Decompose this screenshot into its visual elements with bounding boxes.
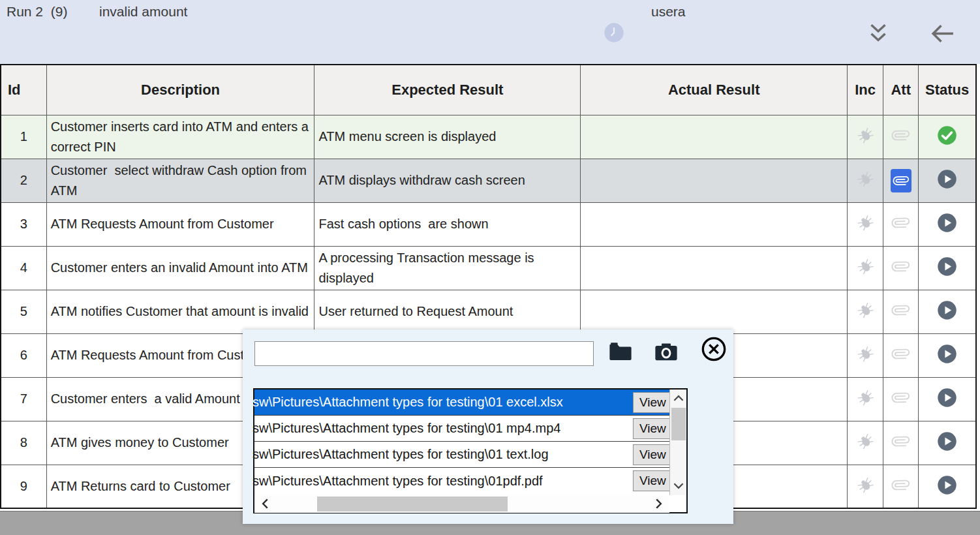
attachment-cell[interactable]	[883, 421, 919, 465]
incident-cell[interactable]	[848, 290, 883, 333]
step-expected-result: ATM menu screen is displayed	[314, 115, 581, 159]
clock-icon[interactable]	[604, 22, 624, 43]
test-step-row[interactable]: 1Customer inserts card into ATM and ente…	[1, 115, 976, 159]
paperclip-icon[interactable]	[892, 301, 910, 319]
status-cell[interactable]	[919, 159, 976, 202]
paperclip-icon[interactable]	[892, 345, 910, 363]
app-window: Run 2 (9) invalid amount usera Id Descri…	[0, 0, 980, 535]
step-actual-result	[581, 159, 848, 202]
close-icon	[701, 354, 727, 364]
folder-icon	[607, 358, 634, 368]
status-cell[interactable]	[919, 202, 976, 246]
attachment-cell[interactable]	[883, 159, 919, 202]
screenshot-button[interactable]	[652, 339, 680, 366]
status-run-icon[interactable]	[937, 344, 957, 364]
view-attachment-button[interactable]: View	[633, 392, 671, 413]
run-title: invalid amount	[99, 4, 187, 20]
attachment-cell[interactable]	[883, 246, 919, 290]
view-attachment-button[interactable]: View	[633, 418, 671, 439]
camera-icon	[652, 358, 680, 368]
bug-icon[interactable]	[853, 211, 878, 236]
bug-icon[interactable]	[853, 167, 878, 192]
paperclip-icon[interactable]	[892, 389, 910, 406]
attachment-file-row[interactable]: sw\Pictures\Attachment types for testing…	[254, 468, 686, 494]
scroll-up-icon[interactable]	[671, 391, 686, 406]
incident-cell[interactable]	[848, 202, 883, 246]
status-cell[interactable]	[919, 377, 976, 421]
test-step-row[interactable]: 5ATM notifies Customer that amount is in…	[1, 290, 976, 333]
incident-cell[interactable]	[848, 377, 883, 421]
attachment-list: sw\Pictures\Attachment types for testing…	[253, 388, 688, 513]
scroll-left-icon[interactable]	[258, 497, 273, 511]
browse-folder-button[interactable]	[607, 339, 634, 366]
view-attachment-button[interactable]: View	[633, 470, 671, 491]
status-cell[interactable]	[919, 333, 976, 377]
bug-icon[interactable]	[853, 342, 878, 367]
attachment-cell[interactable]	[883, 290, 919, 333]
scroll-down-icon[interactable]	[671, 478, 686, 493]
incident-cell[interactable]	[848, 115, 883, 159]
bug-icon[interactable]	[853, 472, 878, 497]
attachment-cell[interactable]	[883, 377, 919, 421]
horizontal-scroll-thumb[interactable]	[317, 497, 508, 512]
status-run-icon[interactable]	[937, 300, 957, 320]
attachment-cell[interactable]	[883, 202, 919, 246]
status-cell[interactable]	[919, 465, 976, 508]
incident-cell[interactable]	[848, 465, 883, 508]
status-run-icon[interactable]	[937, 388, 957, 408]
attachment-file-row[interactable]: sw\Pictures\Attachment types for testing…	[254, 416, 686, 442]
attachment-cell[interactable]	[883, 465, 919, 508]
back-arrow-icon[interactable]	[929, 22, 955, 44]
paperclip-highlighted-icon[interactable]	[891, 169, 911, 192]
header-status: Status	[919, 65, 976, 115]
close-popup-button[interactable]	[701, 336, 727, 362]
vertical-scroll-thumb[interactable]	[671, 408, 686, 440]
status-run-icon[interactable]	[937, 169, 957, 189]
status-run-icon[interactable]	[937, 475, 957, 495]
attachment-input[interactable]	[254, 341, 594, 366]
step-id: 9	[1, 465, 46, 508]
test-step-row[interactable]: 2Customer select withdraw Cash option fr…	[1, 159, 976, 202]
bug-icon[interactable]	[853, 386, 878, 410]
bug-icon[interactable]	[853, 254, 878, 279]
list-horizontal-scrollbar[interactable]	[254, 495, 669, 513]
step-id: 5	[1, 290, 46, 333]
header-description: Description	[46, 65, 314, 115]
status-run-icon[interactable]	[937, 213, 957, 233]
run-label: Run 2 (9)	[7, 4, 67, 20]
list-vertical-scrollbar[interactable]	[669, 390, 686, 495]
status-cell[interactable]	[919, 246, 976, 290]
bug-icon[interactable]	[853, 429, 878, 454]
status-cell[interactable]	[919, 290, 976, 333]
incident-cell[interactable]	[848, 159, 883, 202]
header-expected: Expected Result	[314, 65, 581, 115]
bug-icon[interactable]	[853, 123, 878, 148]
paperclip-icon[interactable]	[892, 214, 910, 232]
attachments-popup: sw\Pictures\Attachment types for testing…	[243, 329, 733, 524]
status-cell[interactable]	[919, 421, 976, 465]
status-passed-icon[interactable]	[937, 125, 957, 145]
step-id: 1	[1, 115, 46, 159]
paperclip-icon[interactable]	[892, 433, 910, 450]
step-description: Customer select withdraw Cash option fro…	[46, 159, 314, 202]
attachment-cell[interactable]	[883, 333, 919, 377]
incident-cell[interactable]	[848, 246, 883, 290]
bug-icon[interactable]	[853, 298, 878, 323]
attachment-cell[interactable]	[883, 115, 919, 159]
view-attachment-button[interactable]: View	[633, 444, 671, 465]
status-run-icon[interactable]	[937, 431, 957, 451]
status-run-icon[interactable]	[937, 256, 957, 277]
paperclip-icon[interactable]	[892, 127, 910, 144]
incident-cell[interactable]	[848, 333, 883, 377]
attachment-file-row[interactable]: sw\Pictures\Attachment types for testing…	[254, 390, 686, 416]
scroll-right-icon[interactable]	[651, 497, 666, 511]
paperclip-icon[interactable]	[892, 476, 910, 494]
test-step-row[interactable]: 4Customer enters an invalid Amount into …	[1, 246, 976, 290]
attachment-file-row[interactable]: sw\Pictures\Attachment types for testing…	[254, 442, 686, 468]
incident-cell[interactable]	[848, 421, 883, 465]
step-id: 3	[1, 202, 46, 246]
collapse-all-icon[interactable]	[866, 22, 890, 44]
status-cell[interactable]	[919, 115, 976, 159]
test-step-row[interactable]: 3ATM Requests Amount from CustomerFast c…	[1, 202, 976, 246]
paperclip-icon[interactable]	[892, 258, 910, 275]
